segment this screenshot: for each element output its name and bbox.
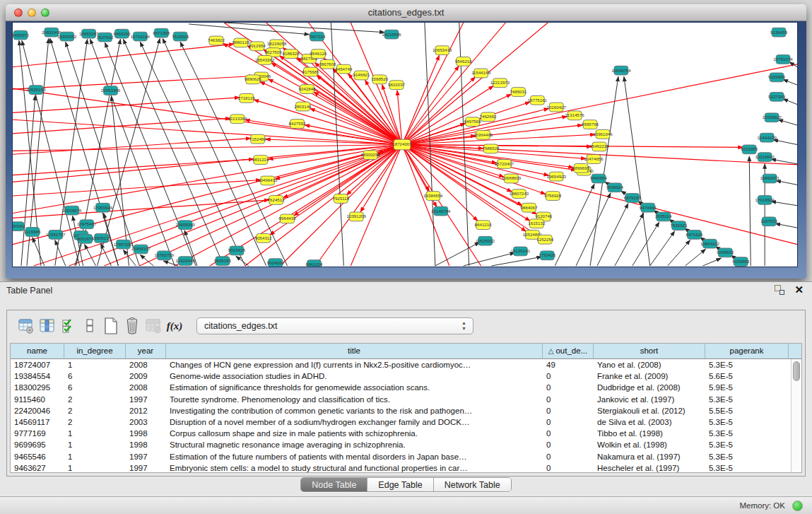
graph-node[interactable]: 9899695 xyxy=(572,163,590,173)
graph-node[interactable]: 9938924 xyxy=(606,183,624,192)
graph-node[interactable]: 10654112 xyxy=(700,239,720,248)
graph-node[interactable]: 8841216 xyxy=(475,221,493,230)
table-row[interactable]: 1872400712008Changes of HCN gene express… xyxy=(11,359,801,370)
graph-node[interactable]: 2718129 xyxy=(238,93,256,103)
graph-node[interactable]: 9840954 xyxy=(590,174,608,183)
graph-node[interactable]: 9474444 xyxy=(640,203,657,212)
tab-network-table[interactable]: Network Table xyxy=(434,478,511,491)
graph-node[interactable]: 7485031 xyxy=(510,88,527,97)
graph-node[interactable]: 1115686 xyxy=(24,228,41,237)
graph-node[interactable]: 12093822 xyxy=(762,113,782,122)
graph-node[interactable]: 7986528 xyxy=(483,144,500,153)
table-row[interactable]: 977716911998Corpus callosum shape and si… xyxy=(11,428,801,439)
graph-node[interactable]: 9193883 xyxy=(732,257,750,267)
vertical-scrollbar[interactable] xyxy=(791,359,801,472)
graph-node[interactable]: 18300295 xyxy=(360,151,380,160)
graph-node[interactable]: 18226058 xyxy=(267,40,287,49)
graph-node[interactable]: 9831224 xyxy=(252,156,270,165)
graph-node[interactable]: 8671358 xyxy=(153,28,170,37)
graph-node[interactable]: 19751074 xyxy=(773,55,793,64)
close-window-button[interactable] xyxy=(14,8,23,17)
column-header-title[interactable]: title xyxy=(166,344,543,358)
graph-node[interactable]: 15148784 xyxy=(431,206,451,216)
graph-node[interactable]: 20206576 xyxy=(62,206,82,215)
column-header-pagerank[interactable]: pagerank xyxy=(705,344,789,358)
table-selector-dropdown[interactable]: citations_edges.txt ▲▼ xyxy=(196,317,473,334)
graph-node[interactable]: 16782759 xyxy=(155,251,175,260)
graph-node[interactable]: 15720407 xyxy=(495,160,514,169)
graph-node[interactable]: 9822037 xyxy=(388,81,406,90)
table-row[interactable]: 1938455462009Genome-wide association stu… xyxy=(11,370,801,382)
network-window-titlebar[interactable]: citations_edges.txt xyxy=(6,4,806,21)
graph-node[interactable]: 12342757 xyxy=(46,230,66,240)
delete-column-button[interactable] xyxy=(122,315,143,337)
graph-node[interactable]: 1252254 xyxy=(536,235,554,244)
graph-node[interactable]: 12923448 xyxy=(175,257,195,266)
graph-node[interactable]: 1615132 xyxy=(528,219,546,228)
graph-node[interactable]: 9890626 xyxy=(245,75,262,84)
graph-node[interactable]: 10719184 xyxy=(131,32,151,41)
graph-node[interactable]: 16958107 xyxy=(131,245,151,254)
network-view-canvas[interactable]: 1872400788601288912954182260589627509818… xyxy=(12,22,798,267)
graph-node[interactable]: 15492210 xyxy=(589,142,609,151)
graph-node[interactable]: 1733426 xyxy=(539,251,556,260)
graph-node[interactable]: 13505135 xyxy=(92,233,112,243)
graph-hub-node[interactable]: 18724007 xyxy=(392,139,412,150)
graph-node[interactable]: 9175685 xyxy=(302,67,319,76)
graph-node[interactable]: 1527602 xyxy=(97,33,114,42)
graph-node[interactable]: 9146821 xyxy=(353,71,370,80)
graph-node[interactable]: 20364486 xyxy=(473,130,493,139)
float-panel-icon[interactable] xyxy=(775,285,784,295)
graph-node[interactable]: 10496433 xyxy=(258,176,278,185)
graph-node[interactable]: 7462662 xyxy=(480,112,498,122)
table-row[interactable]: 911546021997Tourette syndrome. Phenomeno… xyxy=(11,394,801,405)
graph-node[interactable]: 8995796 xyxy=(582,120,599,129)
show-columns-button[interactable] xyxy=(37,315,58,337)
graph-node[interactable]: 12213973 xyxy=(490,78,510,88)
graph-node[interactable]: 16648784 xyxy=(611,66,631,75)
minimize-window-button[interactable] xyxy=(28,8,36,17)
table-row[interactable]: 1456911722003Disruption of a novel membe… xyxy=(11,416,801,428)
graph-node[interactable]: 18775161 xyxy=(528,95,548,105)
graph-node[interactable]: 19218586 xyxy=(382,30,401,39)
graph-node[interactable]: 18807243 xyxy=(510,189,529,199)
graph-node[interactable]: 9329966 xyxy=(768,73,786,82)
graph-node[interactable]: 14136141 xyxy=(511,247,531,256)
graph-node[interactable]: 10160427 xyxy=(547,103,567,112)
graph-node[interactable]: 8471626 xyxy=(686,230,704,240)
graph-node[interactable]: 1187533 xyxy=(760,217,777,226)
graph-node[interactable]: 8860128 xyxy=(233,38,250,47)
graph-node[interactable]: 12213369 xyxy=(228,115,247,124)
graph-node[interactable]: 16543362 xyxy=(255,56,275,65)
zoom-window-button[interactable] xyxy=(41,8,49,17)
graph-node[interactable]: 9136459 xyxy=(770,28,788,37)
graph-node[interactable]: 11314576 xyxy=(565,111,585,120)
column-header-short[interactable]: short xyxy=(594,344,705,358)
graph-node[interactable]: 2867608 xyxy=(319,59,336,69)
graph-node[interactable]: 6497568 xyxy=(464,117,482,127)
table-settings-button[interactable] xyxy=(16,315,37,337)
graph-node[interactable]: 9905195 xyxy=(214,257,232,266)
graph-node[interactable]: 9227349 xyxy=(768,93,786,102)
graph-node[interactable]: 8841204 xyxy=(305,260,323,267)
graph-node[interactable]: 17957253 xyxy=(114,240,134,249)
graph-node[interactable]: 19654923 xyxy=(547,172,567,181)
table-row[interactable]: 969969511998Structural magnetic resonanc… xyxy=(11,439,801,450)
tab-edge-table[interactable]: Edge Table xyxy=(367,478,433,491)
graph-node[interactable]: 10961046 xyxy=(593,129,613,139)
graph-node[interactable]: 8454749 xyxy=(335,64,353,74)
graph-node[interactable]: 9242848 xyxy=(299,85,317,94)
graph-node[interactable]: 10975487 xyxy=(77,220,97,229)
graph-node[interactable]: 9924502 xyxy=(267,259,285,267)
graph-node[interactable]: 9915428 xyxy=(228,246,246,255)
graph-node[interactable]: 8427552 xyxy=(289,119,307,129)
graph-node[interactable]: 7632621 xyxy=(671,221,688,230)
close-panel-icon[interactable]: ✕ xyxy=(794,285,804,295)
graph-node[interactable]: 8215955 xyxy=(741,145,758,154)
function-builder-button[interactable]: f(x) xyxy=(164,315,185,337)
column-header-name[interactable]: name xyxy=(11,344,64,358)
table-row[interactable]: 2242004622012Investigating the contribut… xyxy=(11,405,801,416)
column-header-in_degree[interactable]: in_degree xyxy=(64,344,126,358)
unselect-all-button[interactable] xyxy=(79,315,100,337)
citation-graph[interactable]: 1872400788601288912954182260589627509818… xyxy=(13,23,797,267)
